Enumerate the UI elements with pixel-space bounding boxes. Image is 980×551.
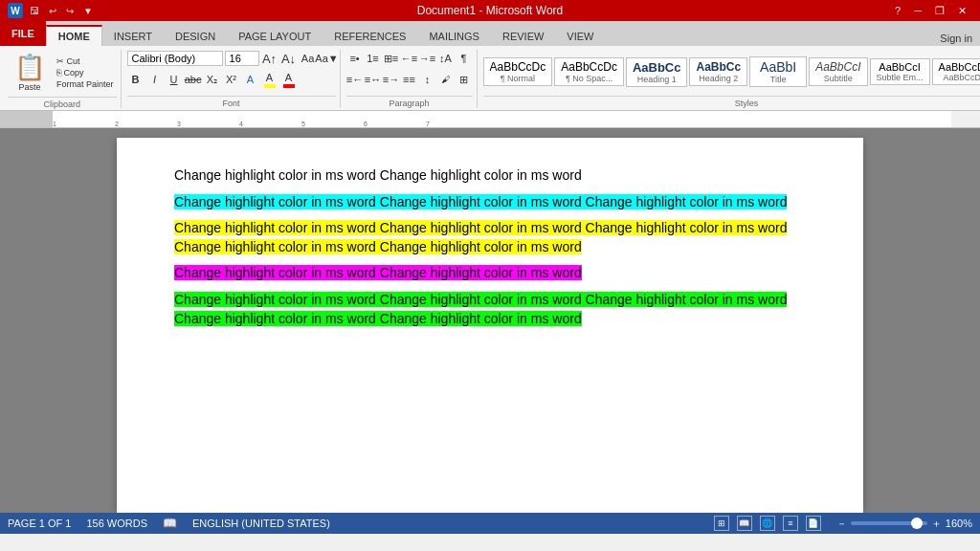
zoom-slider[interactable] xyxy=(851,521,927,525)
draft-btn[interactable]: 📄 xyxy=(806,516,821,531)
text-effects-btn[interactable]: A xyxy=(242,71,259,88)
superscript-button[interactable]: X² xyxy=(223,71,240,88)
paragraph-label: Paragraph xyxy=(346,96,473,108)
copy-button[interactable]: ⎘ Copy xyxy=(54,67,117,78)
title-text: Document1 - Microsoft Word xyxy=(417,4,564,17)
tab-insert[interactable]: INSERT xyxy=(102,25,164,46)
quick-save-btn[interactable]: 🖫 xyxy=(27,5,42,17)
tab-mailings[interactable]: MAILINGS xyxy=(417,25,491,46)
zoom-in-btn[interactable]: ＋ xyxy=(931,517,942,531)
proofing-icon: 📖 xyxy=(163,517,177,530)
align-center-btn[interactable]: ≡↔ xyxy=(365,71,382,88)
numbering-btn[interactable]: 1≡ xyxy=(365,50,382,67)
para4-text: Change highlight color in ms word Change… xyxy=(174,265,582,280)
paragraph-content: ≡• 1≡ ⊞≡ ←≡ →≡ ↕A ¶ ≡← ≡↔ ≡→ ≡≡ ↕ 🖌 ⊞ xyxy=(346,50,473,94)
clear-format-btn[interactable]: Aa xyxy=(300,50,317,67)
ruler-mark-2: 3 xyxy=(177,121,181,127)
paste-button[interactable]: 📋 Paste xyxy=(8,50,52,95)
document-page[interactable]: Change highlight color in ms word Change… xyxy=(117,138,863,513)
font-row2: B I U abc X₂ X² A A A xyxy=(127,71,298,88)
bullets-btn[interactable]: ≡• xyxy=(346,50,364,67)
font-size-selector[interactable] xyxy=(225,51,259,66)
tab-design[interactable]: DESIGN xyxy=(164,25,227,46)
paragraph-4: Change highlight color in ms word Change… xyxy=(174,264,806,283)
status-right: ⊞ 📖 🌐 ≡ 📄 － ＋ 160% xyxy=(714,516,972,531)
ruler-mark-4: 5 xyxy=(301,121,305,127)
underline-button[interactable]: U xyxy=(166,71,183,88)
ribbon-tab-bar: FILE HOME INSERT DESIGN PAGE LAYOUT REFE… xyxy=(0,21,980,46)
quick-undo-btn[interactable]: ↩ xyxy=(46,5,59,17)
tab-page-layout[interactable]: PAGE LAYOUT xyxy=(227,25,323,46)
strikethrough-button[interactable]: abc xyxy=(185,71,202,88)
web-layout-btn[interactable]: 🌐 xyxy=(760,516,775,531)
show-hide-btn[interactable]: ¶ xyxy=(456,50,473,67)
para5-text: Change highlight color in ms word Change… xyxy=(174,292,787,326)
language: ENGLISH (UNITED STATES) xyxy=(192,518,330,529)
outline-btn[interactable]: ≡ xyxy=(783,516,798,531)
text-highlight-btn[interactable]: A xyxy=(261,71,278,88)
align-right-btn[interactable]: ≡→ xyxy=(383,71,400,88)
sort-btn[interactable]: ↕A xyxy=(437,50,455,67)
ribbon: FILE HOME INSERT DESIGN PAGE LAYOUT REFE… xyxy=(0,21,980,111)
paragraph-group: ≡• 1≡ ⊞≡ ←≡ →≡ ↕A ¶ ≡← ≡↔ ≡→ ≡≡ ↕ 🖌 ⊞ xyxy=(343,50,478,108)
clipboard-group: 📋 Paste ✂ Cut ⎘ Copy Format Painter Clip… xyxy=(4,50,122,108)
style-heading2[interactable]: AaBbCc Heading 2 xyxy=(689,57,747,86)
para-row1: ≡• 1≡ ⊞≡ ←≡ →≡ ↕A ¶ xyxy=(346,50,473,67)
shading-btn[interactable]: 🖌 xyxy=(437,71,455,88)
close-btn[interactable]: ✕ xyxy=(952,4,972,18)
paragraph-2: Change highlight color in ms word Change… xyxy=(174,193,806,212)
shrink-font-btn[interactable]: A↓ xyxy=(280,50,298,67)
cut-button[interactable]: ✂ Cut xyxy=(54,55,117,67)
ruler-mark-1: 2 xyxy=(115,121,119,127)
style-normal[interactable]: AaBbCcDc ¶ Normal xyxy=(483,57,553,86)
tab-file[interactable]: FILE xyxy=(0,21,46,46)
tab-references[interactable]: REFERENCES xyxy=(323,25,417,46)
font-group: A↑ A↓ Aa Aa▼ B I U abc X₂ X² A A xyxy=(123,50,341,108)
italic-button[interactable]: I xyxy=(146,71,164,88)
paragraph-1: Change highlight color in ms word Change… xyxy=(174,166,806,186)
paragraph-3: Change highlight color in ms word Change… xyxy=(174,219,806,256)
font-color-btn[interactable]: A xyxy=(280,71,298,88)
multilevel-btn[interactable]: ⊞≡ xyxy=(383,50,400,67)
tab-review[interactable]: REVIEW xyxy=(491,25,555,46)
format-painter-button[interactable]: Format Painter xyxy=(54,78,117,90)
tab-home[interactable]: HOME xyxy=(46,25,102,46)
font-row1: A↑ A↓ Aa Aa▼ xyxy=(127,50,336,67)
change-case-btn[interactable]: Aa▼ xyxy=(319,50,336,67)
style-subtitle[interactable]: AaBbCcI Subtitle xyxy=(809,57,867,86)
zoom-out-btn[interactable]: － xyxy=(836,517,847,531)
status-bar: PAGE 1 OF 1 156 WORDS 📖 ENGLISH (UNITED … xyxy=(0,513,980,534)
para-row2: ≡← ≡↔ ≡→ ≡≡ ↕ 🖌 ⊞ xyxy=(346,71,473,88)
increase-indent-btn[interactable]: →≡ xyxy=(419,50,436,67)
word-count: 156 WORDS xyxy=(86,518,147,529)
tab-view[interactable]: VIEW xyxy=(555,25,605,46)
full-reading-btn[interactable]: 📖 xyxy=(737,516,752,531)
grow-font-btn[interactable]: A↑ xyxy=(261,50,278,67)
quick-customize-btn[interactable]: ▼ xyxy=(80,5,96,17)
style-heading1[interactable]: AaBbCc Heading 1 xyxy=(626,57,688,87)
bold-button[interactable]: B xyxy=(127,71,145,88)
sign-in-btn[interactable]: Sign in xyxy=(932,31,980,46)
minimize-btn[interactable]: ─ xyxy=(908,4,927,18)
styles-label: Styles xyxy=(483,96,980,108)
font-name-selector[interactable] xyxy=(127,51,223,66)
subscript-button[interactable]: X₂ xyxy=(204,71,221,88)
decrease-indent-btn[interactable]: ←≡ xyxy=(401,50,418,67)
justify-btn[interactable]: ≡≡ xyxy=(401,71,418,88)
zoom-level: 160% xyxy=(946,518,972,529)
style-extra[interactable]: AaBbCcDc AaBbCcDc xyxy=(932,58,980,85)
style-no-spacing[interactable]: AaBbCcDc ¶ No Spac... xyxy=(554,57,624,86)
quick-redo-btn[interactable]: ↪ xyxy=(63,5,77,17)
ruler-mark-6: 7 xyxy=(426,121,430,127)
clipboard-label: Clipboard xyxy=(8,97,117,109)
print-layout-btn[interactable]: ⊞ xyxy=(714,516,729,531)
restore-btn[interactable]: ❐ xyxy=(929,4,950,18)
style-subtle-em[interactable]: AaBbCcI Subtle Em... xyxy=(870,58,930,85)
borders-btn[interactable]: ⊞ xyxy=(456,71,473,88)
help-icon-btn[interactable]: ? xyxy=(889,4,906,18)
title-bar-left: W 🖫 ↩ ↪ ▼ xyxy=(8,3,96,18)
word-icon: W xyxy=(8,3,23,18)
style-title[interactable]: AaBbI Title xyxy=(749,56,807,87)
line-spacing-btn[interactable]: ↕ xyxy=(419,71,436,88)
align-left-btn[interactable]: ≡← xyxy=(346,71,364,88)
